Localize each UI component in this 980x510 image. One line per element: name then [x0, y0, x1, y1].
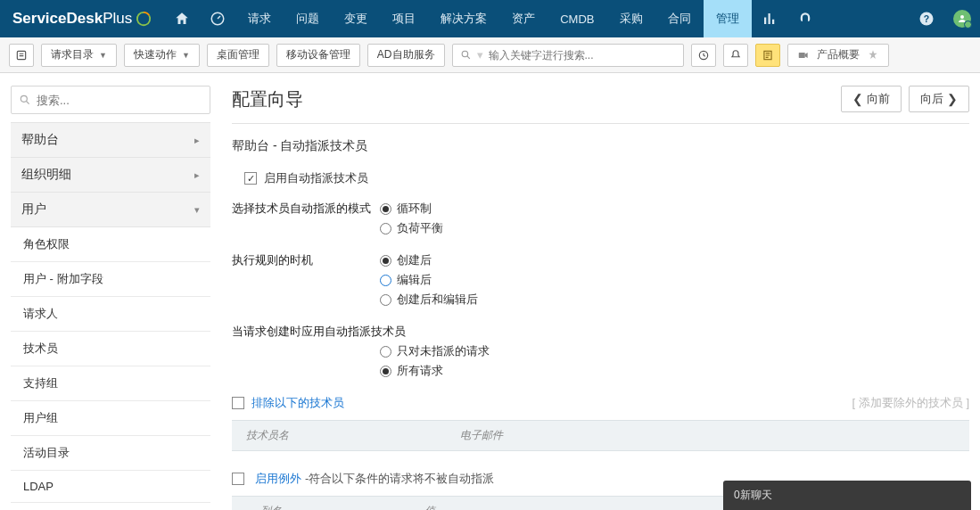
mode-option-1[interactable]: 负荷平衡 [380, 220, 443, 236]
radio-icon [380, 255, 391, 267]
timing-option-1[interactable]: 编辑后 [380, 272, 478, 288]
svg-rect-2 [768, 13, 770, 24]
mode-option-0[interactable]: 循环制 [380, 201, 443, 217]
enable-exception-checkbox[interactable] [232, 473, 244, 485]
sidebar-search-input[interactable] [37, 94, 202, 107]
enable-auto-assign-label: 启用自动指派技术员 [264, 170, 368, 186]
sidebar-item-3[interactable]: 技术员 [11, 332, 210, 366]
wizard-next-button[interactable]: 向后❯ [909, 86, 969, 112]
sidebar-item-5[interactable]: 用户组 [11, 401, 210, 436]
recent-items-icon[interactable] [691, 44, 716, 67]
chevron-down-icon: ▼ [182, 51, 190, 60]
desktop-mgmt-button[interactable]: 桌面管理 [207, 44, 269, 67]
sidebar-item-8[interactable]: 休假类型 [11, 503, 210, 510]
notes-icon[interactable] [755, 44, 780, 67]
new-request-icon[interactable] [9, 44, 34, 67]
add-exclude-link[interactable]: [ 添加要除外的技术员 ] [852, 395, 969, 411]
sidebar-item-4[interactable]: 支持组 [11, 366, 210, 401]
chevron-right-icon: ▸ [194, 169, 200, 181]
request-catalog-label: 请求目录 [51, 47, 94, 62]
sidebar-group-users[interactable]: 用户▾ [11, 192, 210, 227]
radio-icon [380, 275, 391, 286]
support-icon[interactable] [787, 0, 823, 37]
svg-rect-3 [772, 20, 774, 24]
sidebar-item-0[interactable]: 角色权限 [11, 227, 210, 262]
th-value: 值 [410, 497, 449, 510]
svg-rect-1 [764, 18, 766, 25]
dashboard-icon[interactable] [200, 0, 235, 37]
svg-point-6 [960, 15, 964, 19]
chevron-left-icon: ❮ [852, 93, 863, 105]
th-email: 电子邮件 [446, 421, 517, 450]
notification-bell-icon[interactable] [723, 44, 748, 67]
radio-icon [380, 346, 391, 358]
scope-option-1[interactable]: 所有请求 [380, 363, 490, 379]
sidebar-item-6[interactable]: 活动目录 [11, 436, 210, 471]
th-technician: 技术员名 [232, 421, 446, 450]
brand-part1: ServiceDesk [12, 10, 103, 28]
topnav-item-2[interactable]: 变更 [332, 0, 380, 37]
chat-count-label: 0新聊天 [734, 489, 772, 501]
topnav-item-9[interactable]: 管理 [704, 0, 752, 37]
timing-option-0[interactable]: 创建后 [380, 252, 478, 268]
enable-exception-label[interactable]: 启用例外 [255, 471, 301, 487]
sidebar-item-2[interactable]: 请求人 [11, 297, 210, 332]
wizard-prev-button[interactable]: ❮向前 [841, 86, 902, 112]
video-icon [797, 49, 810, 62]
help-icon[interactable]: ? [909, 0, 944, 37]
topnav-item-8[interactable]: 合同 [655, 0, 704, 37]
svg-point-12 [21, 95, 27, 102]
search-icon [19, 94, 31, 106]
topnav-item-3[interactable]: 项目 [380, 0, 428, 37]
chevron-right-icon: ❯ [947, 93, 958, 105]
topnav-item-7[interactable]: 采购 [607, 0, 655, 37]
svg-point-8 [462, 51, 468, 57]
radio-icon [380, 203, 391, 215]
topnav-item-4[interactable]: 解决方案 [428, 0, 499, 37]
chevron-down-icon: ▼ [99, 51, 107, 60]
sidebar-item-7[interactable]: LDAP [11, 471, 210, 503]
svg-text:?: ? [924, 13, 929, 24]
mode-label: 选择技术员自动指派的模式 [232, 201, 380, 236]
scope-label: 当请求创建时应用自动指派技术员 [232, 324, 482, 340]
svg-rect-11 [798, 53, 804, 58]
topnav-item-1[interactable]: 问题 [284, 0, 332, 37]
radio-icon [380, 294, 391, 306]
chat-bar[interactable]: 0新聊天 [723, 481, 971, 510]
breadcrumb: 帮助台 - 自动指派技术员 [232, 138, 969, 154]
exception-description: -符合以下条件的请求将不被自动指派 [305, 471, 494, 487]
timing-option-2[interactable]: 创建后和编辑后 [380, 292, 478, 308]
radio-icon [380, 223, 391, 234]
search-icon [460, 49, 472, 61]
scope-option-0[interactable]: 只对未指派的请求 [380, 343, 490, 359]
timing-label: 执行规则的时机 [232, 252, 380, 308]
reports-icon[interactable] [752, 0, 787, 37]
sidebar-group-helpdesk[interactable]: 帮助台▸ [11, 122, 210, 158]
enable-auto-assign-checkbox[interactable] [244, 172, 257, 185]
mobile-mgmt-button[interactable]: 移动设备管理 [276, 44, 360, 67]
global-search-input[interactable] [489, 49, 676, 62]
page-title: 配置向导 [232, 87, 303, 111]
topnav-item-0[interactable]: 请求 [235, 0, 284, 37]
sidebar-item-1[interactable]: 用户 - 附加字段 [11, 262, 210, 297]
ad-selfservice-button[interactable]: AD自助服务 [367, 44, 445, 67]
request-catalog-dropdown[interactable]: 请求目录▼ [41, 44, 117, 67]
user-avatar-icon[interactable] [944, 0, 980, 37]
topnav-item-5[interactable]: 资产 [499, 0, 548, 37]
radio-icon [380, 366, 391, 377]
th-column: 列名 [232, 497, 410, 510]
product-overview-button[interactable]: 产品概要 [787, 44, 889, 67]
sidebar-group-org[interactable]: 组织明细▸ [11, 157, 210, 193]
home-icon[interactable] [164, 0, 200, 37]
brand-swirl-icon [136, 11, 152, 27]
quick-action-label: 快速动作 [134, 47, 177, 62]
exclude-technicians-checkbox[interactable] [232, 397, 244, 409]
exclude-table-header: 技术员名 电子邮件 [232, 420, 969, 451]
chevron-down-icon: ▾ [194, 204, 200, 216]
exclude-technicians-label[interactable]: 排除以下的技术员 [251, 395, 344, 411]
global-search[interactable]: ▾ [452, 44, 684, 67]
quick-action-dropdown[interactable]: 快速动作▼ [124, 44, 200, 67]
sidebar-search[interactable] [11, 86, 210, 114]
brand-logo: ServiceDesk Plus [0, 10, 164, 28]
topnav-item-6[interactable]: CMDB [548, 0, 606, 37]
